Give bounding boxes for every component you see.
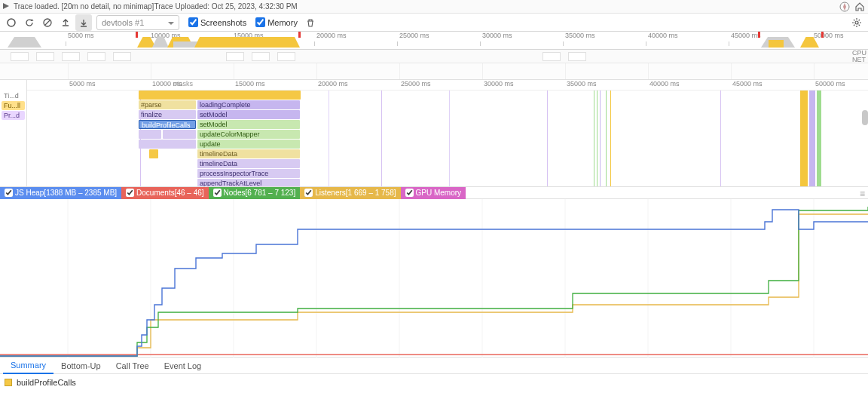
memory-checkbox[interactable]: Memory (255, 17, 298, 27)
thumb (226, 52, 244, 61)
flame-strip[interactable] (163, 130, 196, 139)
screenshots-checkbox-input[interactable] (188, 17, 198, 27)
play-icon (3, 2, 9, 11)
target-select-label: devtools #1 (102, 18, 144, 27)
overview-tick: 35000 ms (565, 32, 595, 39)
memory-checkbox-input[interactable] (255, 17, 265, 27)
svg-point-3 (8, 19, 15, 26)
memory-legend: JS Heap[1388 MB – 2385 MB] Documents[46 … (0, 187, 868, 199)
flame-timelineData2[interactable]: timelineData (197, 159, 300, 168)
toolbar: devtools #1 Screenshots Memory (0, 14, 868, 32)
nodes-label: Nodes[6 781 – 7 123] (224, 189, 296, 197)
strip-right-labels: CPU NET (852, 50, 866, 63)
thumb (62, 52, 80, 61)
js-heap-toggle[interactable]: JS Heap[1388 MB – 2385 MB] (0, 187, 121, 199)
flame-loadingComplete[interactable]: loadingComplete (197, 100, 300, 109)
svg-marker-4 (31, 19, 34, 21)
flame-setModel2[interactable]: setModel (197, 120, 300, 129)
flame-chart[interactable]: Ti...d Fu...ll Pr...d 5000 ms 10000 ms 1… (0, 80, 868, 187)
flame-task[interactable] (139, 91, 301, 100)
flame-parse[interactable]: #parse (139, 100, 196, 109)
flame-ruler: 5000 ms 10000 ms 15000 ms 20000 ms 25000… (27, 80, 868, 91)
overview-tick: 5000 ms (68, 32, 94, 39)
track-labels: Ti...d Fu...ll Pr...d (0, 80, 27, 186)
home-icon[interactable] (854, 2, 865, 12)
listeners-toggle[interactable]: Listeners[1 669 – 1 758] (300, 187, 400, 199)
mini-activity-strip[interactable] (0, 63, 868, 80)
compass-icon[interactable] (839, 2, 850, 12)
thumb (542, 52, 561, 61)
track-label[interactable]: Fu...ll (2, 101, 25, 110)
documents-toggle[interactable]: Documents[46 – 46] (121, 187, 209, 199)
tab-call-tree[interactable]: Call Tree (108, 358, 157, 373)
thumb (277, 52, 295, 61)
flame-strip[interactable] (139, 140, 196, 149)
trace-loaded-msg: Trace loaded. [20m no detail, no minimap… (14, 2, 154, 11)
nav-marker (821, 32, 824, 38)
listeners-label: Listeners[1 669 – 1 758] (315, 189, 396, 197)
hamburger-icon[interactable]: ≡ (860, 189, 865, 199)
overview-tick: 45000 ms (731, 32, 761, 39)
thumb (252, 52, 270, 61)
flame-finalize[interactable]: finalize (139, 110, 196, 119)
overview-ruler[interactable]: 5000 ms 10000 ms 15000 ms 20000 ms 25000… (0, 32, 868, 50)
track-label[interactable]: Pr...d (2, 111, 25, 120)
flame-timelineData1[interactable]: timelineData (197, 149, 300, 158)
overview-tick: 40000 ms (648, 32, 678, 39)
svg-marker-0 (3, 3, 9, 9)
target-select[interactable]: devtools #1 (96, 15, 179, 30)
screenshot-strip[interactable]: CPU NET (0, 50, 868, 63)
flame-body[interactable]: 5000 ms 10000 ms 15000 ms 20000 ms 25000… (27, 80, 868, 186)
reload-button[interactable] (21, 14, 38, 31)
flame-processInspectorTrace[interactable]: processInspectorTrace (197, 169, 300, 178)
trace-uploaded-msg: Trace Uploaded: Oct 25, 2023, 4:32:30 PM (154, 2, 297, 11)
overview-tick: 50000 ms (814, 32, 844, 39)
microtasks-label: otasks (173, 80, 193, 88)
gpu-toggle[interactable]: GPU Memory (401, 187, 466, 199)
thumb (568, 52, 586, 61)
flame-update[interactable]: update (197, 140, 300, 149)
svg-point-7 (855, 21, 858, 24)
garbage-collect-button[interactable] (302, 14, 319, 31)
thumb (11, 52, 29, 61)
flame-updateColorMapper[interactable]: updateColorMapper (197, 130, 300, 139)
gpu-label: GPU Memory (416, 189, 462, 197)
thumb (87, 52, 105, 61)
flame-chip[interactable] (149, 149, 158, 158)
tab-summary[interactable]: Summary (3, 358, 53, 374)
flame-buildProfileCalls[interactable]: buildProfileCalls (139, 120, 196, 129)
flame-appendTrackAtLevel[interactable]: appendTrackAtLevel (197, 179, 300, 186)
upload-button[interactable] (57, 14, 74, 31)
overview-tick: 25000 ms (399, 32, 429, 39)
overview-tick: 20000 ms (316, 32, 347, 39)
thumb (113, 52, 131, 61)
flame-tick: 20000 ms (318, 80, 348, 88)
screenshots-checkbox[interactable]: Screenshots (188, 17, 246, 27)
flame-tick: 5000 ms (69, 80, 96, 88)
flame-strip[interactable] (139, 130, 161, 139)
overview-activity (194, 37, 300, 48)
nav-marker (758, 32, 760, 38)
documents-label: Documents[46 – 46] (136, 189, 204, 197)
js-heap-label: JS Heap[1388 MB – 2385 MB] (15, 189, 117, 197)
tab-event-log[interactable]: Event Log (157, 358, 209, 373)
flame-tick: 40000 ms (649, 80, 680, 88)
status-bar: Trace loaded. [20m no detail, no minimap… (0, 0, 868, 14)
flame-setModel1[interactable]: setModel (197, 110, 300, 119)
flame-tick: 15000 ms (235, 80, 265, 88)
scrollbar-thumb[interactable] (862, 110, 868, 125)
overview-activity (769, 40, 784, 48)
download-button[interactable] (75, 14, 92, 31)
nav-marker (298, 32, 301, 38)
record-button[interactable] (3, 14, 20, 31)
bottom-tabs: Summary Bottom-Up Call Tree Event Log (0, 358, 868, 374)
flame-tick: 45000 ms (732, 80, 763, 88)
clear-button[interactable] (39, 14, 56, 31)
tab-bottom-up[interactable]: Bottom-Up (53, 358, 108, 373)
nodes-toggle[interactable]: Nodes[6 781 – 7 123] (209, 187, 301, 199)
track-label[interactable]: Ti...d (2, 91, 25, 100)
svg-marker-2 (843, 3, 846, 11)
settings-button[interactable] (848, 14, 865, 31)
flame-tick: 25000 ms (401, 80, 431, 88)
memory-graph[interactable] (0, 199, 868, 358)
